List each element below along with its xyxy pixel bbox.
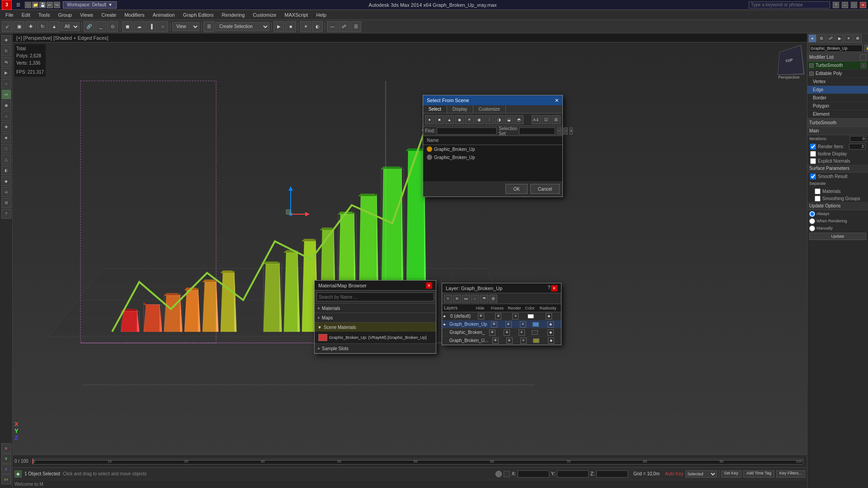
xy-axis-btn[interactable]: XY [1, 474, 11, 484]
mod-pin-btn[interactable]: ○ [861, 63, 866, 68]
smooth-result-check[interactable] [810, 174, 816, 179]
space-warp-tool[interactable]: ☠ [1, 187, 11, 197]
selection-set-dropdown[interactable]: Create Selection [215, 22, 269, 31]
material-btn[interactable]: ◐ [312, 21, 323, 32]
new-btn[interactable]: □ [25, 2, 31, 8]
menu-create[interactable]: Create [98, 11, 120, 19]
y-axis-btn[interactable]: Y [1, 454, 11, 464]
timeline-scrollbar[interactable]: 0102030405060708090100 [32, 458, 803, 465]
camera-tool[interactable]: ◉ [1, 100, 11, 110]
filter-dropdown[interactable]: All [61, 22, 80, 31]
create-tab[interactable]: ● [808, 34, 816, 42]
view-dropdown[interactable]: View [172, 22, 199, 31]
menu-tools[interactable]: Tools [35, 11, 54, 19]
system-tool[interactable]: ⚙ [1, 198, 11, 208]
display-tab[interactable]: ☀ [844, 34, 853, 42]
z-axis-btn[interactable]: Z [1, 464, 11, 474]
menu-modifiers[interactable]: Modifiers [121, 11, 148, 19]
manually-radio[interactable] [809, 225, 815, 231]
menu-help[interactable]: Help [312, 11, 330, 19]
mod-editable-poly[interactable]: Editable Poly [807, 70, 868, 78]
rotate-btn[interactable]: ↻ [37, 21, 48, 32]
geometry-tool[interactable]: ■ [1, 133, 11, 143]
unlink-btn[interactable]: ⎯ [95, 21, 106, 32]
navigation-cube[interactable]: TOP Perspective [775, 47, 802, 74]
mod-options-btn[interactable] [860, 54, 866, 61]
align-btn[interactable]: ▐ [146, 21, 156, 32]
undo-btn[interactable]: ↩ [47, 2, 53, 8]
menu-rendering[interactable]: Rendering [218, 11, 249, 19]
always-radio[interactable] [809, 211, 815, 217]
close-btn[interactable]: ✕ [860, 2, 866, 8]
play-btn[interactable]: ▶ [274, 21, 284, 32]
mod-visibility[interactable] [809, 63, 814, 68]
materials-check[interactable] [815, 188, 821, 194]
mod-element[interactable]: Element [807, 110, 868, 118]
menu-maxscript[interactable]: MAXScript [281, 11, 311, 19]
mod-turbomooth[interactable]: TurboSmooth ○ [807, 61, 868, 70]
menu-group[interactable]: Group [54, 11, 75, 19]
save-btn[interactable]: 💾 [39, 2, 46, 8]
add-time-tag-btn[interactable]: Add Time Tag [743, 470, 774, 478]
hierarchy-tab[interactable]: ☍ [826, 34, 835, 42]
array-btn[interactable]: ☁ [134, 21, 145, 32]
menu-file[interactable]: ☰ [14, 2, 22, 7]
viewport-area[interactable]: [+] [Perspective] [Shaded + Edged Faces] [13, 33, 807, 488]
key-filters-btn[interactable]: Key Filters... [776, 470, 805, 478]
stop-btn[interactable]: ■ [285, 21, 296, 32]
scale-btn[interactable]: ▲ [49, 21, 60, 32]
render-iters-input[interactable] [849, 144, 865, 150]
menu-graph-editors[interactable]: Graph Editors [179, 11, 217, 19]
maximize-btn[interactable]: □ [851, 2, 857, 8]
search-input[interactable] [749, 1, 830, 9]
mod-polygon[interactable]: Polygon [807, 102, 868, 110]
snap-btn[interactable]: ○ [157, 21, 168, 32]
mod-edge[interactable]: Edge [807, 86, 868, 94]
mod-ep-visibility[interactable] [809, 71, 814, 76]
render-iters-check[interactable] [810, 144, 816, 150]
light-tool[interactable]: ☼ [1, 111, 11, 121]
select-object-btn[interactable]: ↙ [2, 21, 13, 32]
x-axis-btn[interactable]: X [1, 443, 11, 453]
material-tool[interactable]: ◐ [1, 165, 11, 175]
isoline-check[interactable] [810, 151, 816, 157]
bind-btn[interactable]: ⊙ [107, 21, 118, 32]
utility-tab[interactable]: ☸ [854, 34, 862, 42]
y-coord-input[interactable] [557, 470, 589, 478]
rotate-tool[interactable]: ↻ [1, 46, 11, 56]
workspace-selector[interactable]: Workspace: Default ▼ [63, 1, 117, 9]
selected-dropdown[interactable]: Selected [685, 470, 717, 478]
render-btn[interactable]: ☀ [300, 21, 311, 32]
when-rendering-radio[interactable] [809, 218, 815, 224]
helper-tool[interactable]: ✚ [1, 122, 11, 132]
viewport-canvas[interactable]: Total Polys: 2,628 Verts: 1,336 FPS: 221… [13, 42, 807, 455]
paint-tool[interactable]: ☼ [1, 79, 11, 89]
object-name-input[interactable] [809, 45, 863, 52]
link-btn[interactable]: 🔗 [84, 21, 94, 32]
curve-editor-btn[interactable]: ⸻ [327, 21, 338, 32]
move-tool[interactable]: ✚ [1, 35, 11, 45]
scale-tool[interactable]: ⇋ [1, 57, 11, 67]
menu-customize[interactable]: Customize [249, 11, 280, 19]
shape-tool[interactable]: □ [1, 144, 11, 154]
mod-border[interactable]: Border [807, 94, 868, 102]
select-region-btn[interactable]: ▣ [14, 21, 24, 32]
help-btn[interactable]: ? [833, 2, 839, 8]
menu-file[interactable]: File [2, 11, 17, 19]
menu-edit[interactable]: Edit [18, 11, 34, 19]
explicit-normals-check[interactable] [810, 158, 816, 164]
ribbon-btn[interactable]: ☰ [350, 21, 361, 32]
modifier-tool[interactable]: △ [1, 155, 11, 164]
set-key-btn[interactable]: Set Key [721, 470, 742, 478]
link-tool[interactable]: ↦ [1, 89, 11, 99]
menu-views[interactable]: Views [76, 11, 97, 19]
mod-lock-btn[interactable]: 🔒 [864, 45, 868, 52]
layer-btn[interactable]: ☍ [339, 21, 349, 32]
z-coord-input[interactable] [596, 470, 628, 478]
mod-vertex[interactable]: Vertex [807, 78, 868, 86]
motion-tab[interactable]: ▶ [835, 34, 844, 42]
menu-animation[interactable]: Animation [149, 11, 179, 19]
smoothing-groups-check[interactable] [815, 196, 821, 202]
named-sel-set[interactable]: ☰ [203, 21, 214, 32]
move-btn[interactable]: ✚ [25, 21, 36, 32]
